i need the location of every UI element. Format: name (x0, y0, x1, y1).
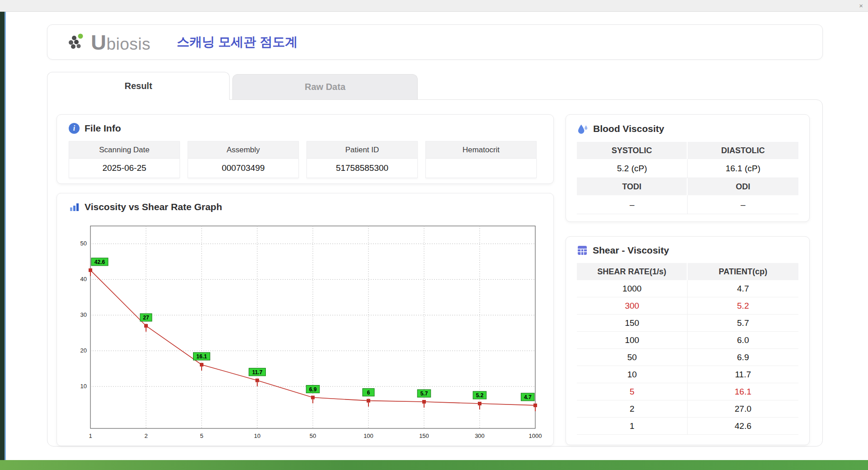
app-title: 스캐닝 모세관 점도계 (177, 33, 298, 51)
field-label: Patient ID (307, 141, 417, 159)
svg-text:1: 1 (89, 432, 92, 439)
window-close-button[interactable]: × (859, 2, 863, 10)
blood-viscosity-card: Blood Viscosity SYSTOLIC DIASTOLIC 5.2 (… (566, 114, 810, 222)
svg-text:150: 150 (419, 432, 429, 439)
patient-cell: 16.1 (688, 383, 798, 400)
patient-cell: 6.0 (688, 332, 798, 349)
field-value: 2025-06-25 (69, 159, 179, 178)
patient-cell: 11.7 (688, 366, 798, 383)
table-row: 150 5.7 (577, 315, 798, 332)
field-label: Assembly (188, 141, 298, 159)
field-value (426, 159, 536, 178)
shear-viscosity-table: SHEAR RATE(1/s) PATIENT(cp) 1000 4.7 300… (577, 263, 798, 435)
svg-text:2: 2 (144, 432, 147, 439)
systolic-header: SYSTOLIC (577, 142, 688, 159)
svg-text:40: 40 (80, 276, 87, 282)
table-row: 100 6.0 (577, 332, 798, 349)
table-row: – – (577, 195, 798, 214)
field-scanning-date: Scanning Date 2025-06-25 (69, 141, 180, 178)
shear-viscosity-card: Shear - Viscosity SHEAR RATE(1/s) PATIEN… (566, 236, 810, 445)
svg-text:11.7: 11.7 (252, 369, 263, 376)
field-value: 000703499 (188, 159, 298, 178)
ubiosis-logo: Ubiosis (66, 32, 151, 53)
brand-name: Ubiosis (91, 32, 151, 53)
svg-text:5: 5 (200, 432, 203, 439)
table-header-row: SYSTOLIC DIASTOLIC (577, 142, 798, 159)
odi-value: – (688, 195, 798, 214)
tab-raw-data[interactable]: Raw Data (232, 74, 418, 99)
patient-cell: 5.7 (688, 315, 798, 332)
graph-header: Viscosity vs Shear Rate Graph (69, 202, 542, 212)
patient-cell: 27.0 (688, 400, 798, 418)
file-info-header: i File Info (69, 123, 542, 134)
table-row: 50 6.9 (577, 349, 798, 366)
table-row: 300 5.2 (577, 297, 798, 315)
app-window: × Ubiosis 스캐닝 모세관 점도계 Result Raw Data i … (5, 0, 868, 460)
shear-rate-cell: 10 (577, 366, 688, 383)
svg-text:16.1: 16.1 (196, 353, 207, 360)
todi-header: TODI (577, 178, 688, 195)
patient-cell: 42.6 (688, 418, 798, 435)
droplet-icon (577, 123, 588, 135)
content-panel: i File Info Scanning Date 2025-06-25 Ass… (47, 99, 823, 446)
field-label: Hematocrit (426, 141, 536, 159)
diastolic-value: 16.1 (cP) (688, 159, 798, 178)
blood-viscosity-title: Blood Viscosity (593, 123, 664, 134)
svg-text:50: 50 (310, 432, 316, 439)
field-patient-id: Patient ID 51758585300 (307, 141, 418, 178)
graph-title: Viscosity vs Shear Rate Graph (85, 202, 222, 212)
tab-result-label: Result (124, 81, 152, 91)
shear-viscosity-title: Shear - Viscosity (593, 245, 669, 256)
svg-text:10: 10 (80, 383, 87, 390)
svg-text:6: 6 (367, 390, 370, 396)
systolic-value: 5.2 (cP) (577, 159, 688, 178)
todi-value: – (577, 195, 688, 214)
odi-header: ODI (688, 178, 798, 195)
svg-text:300: 300 (475, 432, 485, 439)
table-row: 1000 4.7 (577, 280, 798, 297)
table-grid-icon (577, 245, 588, 256)
shear-rate-cell: 300 (577, 297, 688, 315)
patient-cell: 5.2 (688, 297, 798, 315)
table-header-row: TODI ODI (577, 178, 798, 195)
info-icon: i (69, 123, 80, 134)
graph-card: Viscosity vs Shear Rate Graph 1020304050… (57, 193, 554, 446)
shear-rate-cell: 5 (577, 383, 688, 400)
file-info-fields: Scanning Date 2025-06-25 Assembly 000703… (69, 141, 542, 178)
blood-viscosity-header: Blood Viscosity (577, 123, 798, 135)
shear-rate-cell: 100 (577, 332, 688, 349)
table-row: 5 16.1 (577, 383, 798, 400)
desktop-background-strip (0, 460, 868, 470)
svg-text:5.7: 5.7 (420, 390, 428, 397)
table-row: 10 11.7 (577, 366, 798, 383)
field-hematocrit: Hematocrit (425, 141, 537, 178)
svg-text:27: 27 (143, 315, 149, 321)
field-assembly: Assembly 000703499 (188, 141, 299, 178)
field-label: Scanning Date (69, 141, 179, 159)
bar-chart-icon (69, 202, 80, 212)
table-row: 5.2 (cP) 16.1 (cP) (577, 159, 798, 178)
tab-result[interactable]: Result (47, 72, 230, 100)
field-value: 51758585300 (307, 159, 417, 178)
patient-column-header: PATIENT(cp) (688, 263, 798, 280)
svg-text:20: 20 (80, 347, 87, 354)
shear-viscosity-header: Shear - Viscosity (577, 245, 798, 256)
shear-rate-cell: 1 (577, 418, 688, 435)
svg-text:4.7: 4.7 (524, 394, 532, 400)
shear-rate-cell: 1000 (577, 280, 688, 297)
file-info-card: i File Info Scanning Date 2025-06-25 Ass… (57, 114, 554, 184)
svg-text:6.9: 6.9 (309, 386, 317, 393)
svg-text:30: 30 (80, 311, 87, 318)
viscosity-chart: 10203040501251050100150300100042.62716.1… (70, 219, 542, 444)
tab-raw-data-label: Raw Data (305, 82, 345, 92)
diastolic-header: DIASTOLIC (688, 142, 798, 159)
file-info-title: File Info (85, 123, 121, 134)
app-header: Ubiosis 스캐닝 모세관 점도계 (47, 24, 823, 60)
shear-rate-cell: 50 (577, 349, 688, 366)
svg-text:100: 100 (363, 432, 373, 439)
svg-text:5.2: 5.2 (476, 392, 484, 399)
table-header-row: SHEAR RATE(1/s) PATIENT(cp) (577, 263, 798, 280)
svg-text:10: 10 (254, 432, 260, 439)
table-row: 1 42.6 (577, 418, 798, 435)
svg-text:42.6: 42.6 (94, 259, 105, 265)
